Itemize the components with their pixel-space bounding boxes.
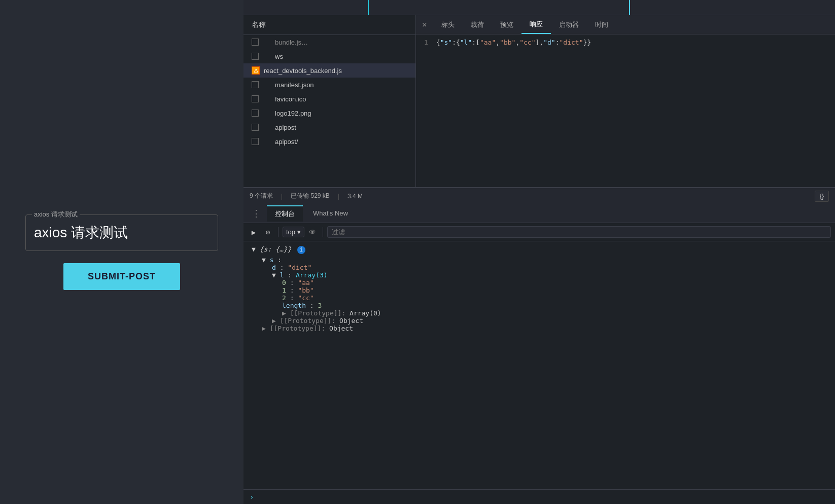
devtools-panel: 名称 bundle.js… ws ⚠ react_devtools_backen… xyxy=(243,0,835,504)
list-item[interactable]: manifest.json xyxy=(243,78,415,92)
tab-whats-new[interactable]: What's New xyxy=(305,206,356,220)
prototype-obj2-value: Object xyxy=(329,325,353,332)
index-0: 0 xyxy=(282,279,286,286)
file-checkbox[interactable] xyxy=(252,124,259,131)
tab-close-button[interactable]: × xyxy=(416,20,433,29)
filter-input[interactable] xyxy=(327,226,831,238)
prototype-object-2: ▶ [[Prototype]]: Object xyxy=(252,325,827,332)
eye-button[interactable]: 👁 xyxy=(306,226,319,238)
file-name: react_devtools_backend.js xyxy=(264,67,342,75)
context-selector[interactable]: top ▾ xyxy=(283,227,304,237)
tab-headers[interactable]: 标头 xyxy=(433,16,463,33)
line-number: 1 xyxy=(424,39,428,183)
value-1: "bb" xyxy=(298,286,314,294)
expand-l-toggle[interactable]: ▼ xyxy=(272,271,276,279)
l-key: l xyxy=(280,271,284,279)
tab-initiator[interactable]: 启动器 xyxy=(551,16,587,33)
tab-payload[interactable]: 载荷 xyxy=(463,16,492,33)
list-item[interactable]: ⚠ react_devtools_backend.js xyxy=(243,63,415,78)
expand-toggle[interactable]: ▼ xyxy=(252,245,256,253)
file-icon-orange: ⚠ xyxy=(252,66,260,75)
prototype-obj1-label: [[Prototype]]: xyxy=(280,317,339,325)
tab-console[interactable]: 控制台 xyxy=(267,205,303,222)
file-checkbox[interactable] xyxy=(252,81,259,88)
console-tabs-bar: ⋮ 控制台 What's New xyxy=(243,204,835,223)
form-label: axios 请求测试 xyxy=(32,210,80,219)
format-button[interactable]: {} xyxy=(815,191,829,202)
array-item-2: 2 : "cc" xyxy=(252,294,827,302)
file-icon-blank xyxy=(263,123,271,131)
prototype-obj1-value: Object xyxy=(339,317,363,325)
file-name: manifest.json xyxy=(275,81,314,89)
console-input-line: › xyxy=(243,489,835,504)
file-checkbox[interactable] xyxy=(252,95,259,102)
chevron-down-icon: ▾ xyxy=(297,228,301,236)
file-name: apipost xyxy=(275,124,296,131)
tab-preview[interactable]: 预览 xyxy=(492,16,521,33)
request-count: 9 个请求 xyxy=(250,192,273,200)
obj-root-label: {s: {…}} xyxy=(260,245,292,253)
console-output: ▼ {s: {…}} i ▼ s : d : "dict" ▼ l : Arra… xyxy=(243,241,835,489)
tab-response[interactable]: 响应 xyxy=(521,16,551,34)
file-checkbox[interactable] xyxy=(252,138,259,145)
total-size: 3.4 M xyxy=(347,193,363,200)
l-property: ▼ l : Array(3) xyxy=(252,271,827,279)
left-app-panel: axios 请求测试 axios 请求测试 SUBMIT-POST xyxy=(0,0,243,504)
file-list: bundle.js… ws ⚠ react_devtools_backend.j… xyxy=(243,35,415,187)
file-list-panel: 名称 bundle.js… ws ⚠ react_devtools_backen… xyxy=(243,15,416,187)
console-prompt: › xyxy=(250,493,254,501)
s-property: ▼ s : xyxy=(252,256,827,264)
d-value: "dict" xyxy=(288,264,311,271)
response-json: {"s":{"l":["aa","bb","cc"],"d":"dict"}} xyxy=(436,39,591,183)
transferred-size: 已传输 529 kB xyxy=(291,192,330,200)
file-list-header: 名称 xyxy=(243,15,415,35)
file-checkbox[interactable] xyxy=(252,39,259,46)
toolbar-divider xyxy=(278,227,279,237)
toolbar-divider2 xyxy=(323,227,323,237)
s-key: s xyxy=(270,256,274,264)
network-status-bar: 9 个请求 | 已传输 529 kB | 3.4 M {} xyxy=(243,188,835,204)
timeline-marker-teal xyxy=(368,0,369,15)
l-array-label: Array(3) xyxy=(296,271,328,279)
response-content: 1 {"s":{"l":["aa","bb","cc"],"d":"dict"}… xyxy=(416,34,835,187)
index-2: 2 xyxy=(282,294,286,302)
value-0: "aa" xyxy=(298,279,314,286)
file-checkbox[interactable] xyxy=(252,110,259,117)
console-panel: ⋮ 控制台 What's New ▶ ⊘ top ▾ 👁 ▼ xyxy=(243,204,835,504)
index-1: 1 xyxy=(282,286,286,294)
submit-post-button[interactable]: SUBMIT-POST xyxy=(63,263,180,290)
d-key: d xyxy=(272,264,276,271)
expand-s-toggle[interactable]: ▼ xyxy=(262,256,266,264)
file-icon-blank xyxy=(263,95,271,103)
value-2: "cc" xyxy=(298,294,314,302)
form-group: axios 请求测试 axios 请求测试 xyxy=(25,214,218,251)
array-length: length : 3 xyxy=(252,302,827,309)
prototype-obj2-label: [[Prototype]]: xyxy=(270,325,329,332)
info-badge: i xyxy=(297,246,305,254)
list-item[interactable]: logo192.png xyxy=(243,106,415,120)
console-menu-dots[interactable]: ⋮ xyxy=(248,208,265,219)
tab-timing[interactable]: 时间 xyxy=(587,16,616,33)
list-item[interactable]: ws xyxy=(243,49,415,63)
console-object-root: ▼ {s: {…}} i xyxy=(252,245,827,254)
file-name: apipost/ xyxy=(275,138,298,146)
clear-button[interactable]: ⊘ xyxy=(262,226,274,238)
list-item[interactable]: apipost/ xyxy=(243,134,415,149)
run-button[interactable]: ▶ xyxy=(248,226,260,238)
file-icon-blank xyxy=(263,109,271,117)
d-property: d : "dict" xyxy=(252,264,827,271)
list-item[interactable]: bundle.js… xyxy=(243,35,415,49)
file-icon-blank xyxy=(263,81,271,89)
file-checkbox[interactable] xyxy=(252,53,259,60)
form-value: axios 请求测试 xyxy=(34,220,210,242)
prototype-array-value: Array(0) xyxy=(350,309,381,317)
array-item-1: 1 : "bb" xyxy=(252,286,827,294)
context-label: top xyxy=(286,228,295,236)
network-tabs-bar: × 标头 载荷 预览 响应 启动器 时间 xyxy=(416,15,835,34)
list-item[interactable]: apipost xyxy=(243,120,415,134)
list-item[interactable]: favicon.ico xyxy=(243,92,415,106)
length-key: length xyxy=(282,302,306,309)
array-item-0: 0 : "aa" xyxy=(252,279,827,286)
prototype-object-1: ▶ [[Prototype]]: Object xyxy=(252,317,827,325)
file-name: logo192.png xyxy=(275,110,311,117)
